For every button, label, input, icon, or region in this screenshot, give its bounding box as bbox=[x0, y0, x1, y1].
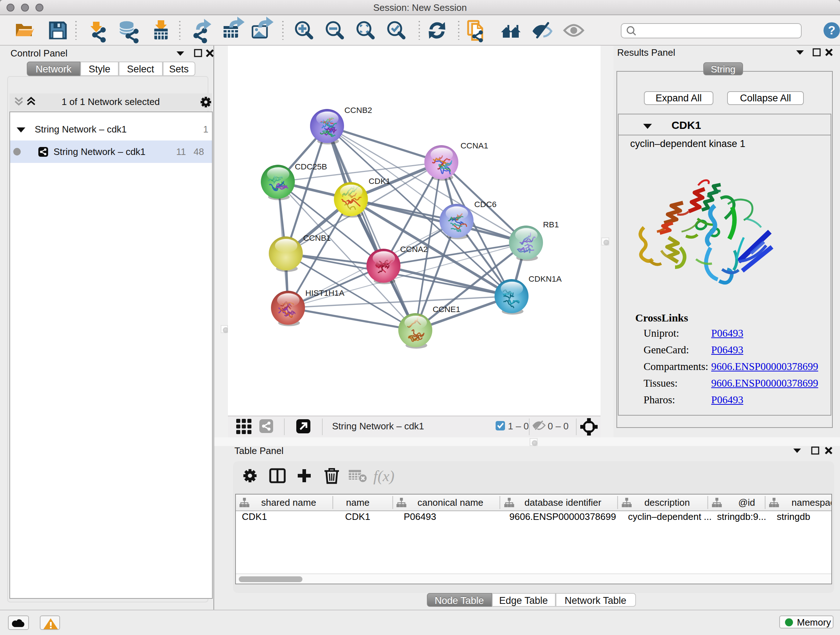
svg-text:@id: @id bbox=[738, 497, 755, 508]
svg-text:CDK1: CDK1 bbox=[369, 177, 390, 186]
svg-text:name: name bbox=[346, 497, 369, 508]
svg-text:CDC25B: CDC25B bbox=[295, 162, 327, 171]
svg-text:f(x): f(x) bbox=[373, 468, 394, 485]
svg-text:CCNB1: CCNB1 bbox=[303, 233, 331, 242]
svg-text:RB1: RB1 bbox=[543, 220, 559, 229]
svg-text:shared name: shared name bbox=[261, 497, 316, 508]
svg-text:database identifier: database identifier bbox=[524, 497, 602, 508]
svg-text:CCNE1: CCNE1 bbox=[433, 305, 461, 314]
svg-text:HIST1H1A: HIST1H1A bbox=[305, 288, 345, 298]
svg-text:canonical name: canonical name bbox=[417, 497, 483, 508]
svg-text:CDC6: CDC6 bbox=[474, 200, 497, 209]
svg-text:CCNA2: CCNA2 bbox=[400, 245, 428, 254]
svg-text:namespace: namespace bbox=[791, 497, 831, 508]
svg-text:?: ? bbox=[828, 24, 835, 37]
svg-text:CCNA1: CCNA1 bbox=[461, 141, 488, 150]
svg-text:CDKN1A: CDKN1A bbox=[529, 274, 562, 283]
svg-text:description: description bbox=[644, 497, 690, 508]
svg-text:CCNB2: CCNB2 bbox=[344, 106, 372, 115]
